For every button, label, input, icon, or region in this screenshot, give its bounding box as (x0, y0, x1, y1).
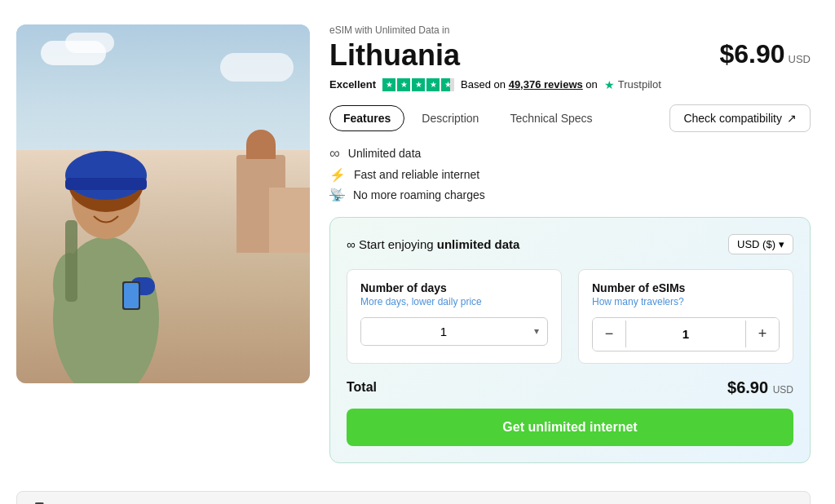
total-price: $6.90 USD (727, 378, 793, 397)
currency-chevron-icon: ▾ (779, 238, 784, 250)
feature-unlimited-data: ∞ Unlimited data (329, 145, 811, 162)
features-list: ∞ Unlimited data ⚡ Fast and reliable int… (329, 145, 811, 202)
get-internet-button[interactable]: Get unlimited internet (347, 409, 793, 446)
esim-subtitle: eSIM with Unlimited Data in (329, 24, 811, 36)
lightning-icon: ⚡ (329, 167, 346, 183)
product-image (16, 24, 310, 383)
price-currency: USD (789, 53, 811, 65)
days-chevron-icon: ▾ (526, 319, 547, 343)
feature-no-roaming: 📡 No more roaming charges (329, 188, 811, 202)
tower-roof (246, 130, 276, 159)
decrement-esim-button[interactable]: − (593, 318, 625, 351)
star-3: ★ (412, 78, 425, 91)
trustpilot: ★ Trustpilot (604, 78, 661, 91)
svg-rect-5 (65, 178, 147, 190)
tabs-row: Features Description Technical Specs Che… (329, 104, 811, 132)
total-label: Total (347, 380, 377, 395)
page-container: eSIM with Unlimited Data in Lithuania $6… (0, 0, 835, 504)
star-2: ★ (397, 78, 410, 91)
total-currency-label: USD (773, 384, 793, 396)
star-1: ★ (382, 78, 395, 91)
feature-fast-internet: ⚡ Fast and reliable internet (329, 167, 811, 183)
cloud-3 (220, 53, 294, 82)
country-title: Lithuania (329, 39, 460, 72)
esims-selector-group: Number of eSIMs How many travelers? − 1 … (578, 269, 793, 364)
days-sublabel: More days, lower daily price (360, 296, 548, 307)
purchase-card: ∞ Start enjoying unlimited data USD ($) … (329, 217, 811, 463)
currency-label: USD ($) (737, 238, 775, 250)
right-panel: eSIM with Unlimited Data in Lithuania $6… (329, 16, 811, 463)
rating-text: Based on 49,376 reviews on (461, 78, 598, 91)
esim-counter: − 1 + (592, 317, 780, 351)
trustpilot-star: ★ (604, 78, 615, 91)
currency-dropdown[interactable]: USD ($) ▾ (728, 234, 793, 254)
main-content: eSIM with Unlimited Data in Lithuania $6… (0, 0, 835, 480)
tabs-container: Features Description Technical Specs (329, 105, 607, 131)
card-title: ∞ Start enjoying unlimited data (347, 237, 519, 251)
esim-count-value: 1 (625, 321, 746, 347)
title-price-row: Lithuania $6.90 USD (329, 39, 811, 72)
days-select[interactable]: 1 3 5 7 14 30 (361, 318, 526, 345)
days-label: Number of days (360, 281, 548, 294)
star-5-half: ★ (441, 78, 454, 91)
check-compatibility-button[interactable]: Check compatibility ↗ (669, 104, 811, 132)
no-roaming-icon: 📡 (329, 188, 345, 202)
total-row: Total $6.90 USD (347, 378, 793, 397)
price-section: $6.90 USD (719, 39, 811, 69)
infinity-card-icon: ∞ (347, 237, 359, 251)
tab-description[interactable]: Description (408, 105, 493, 131)
tab-features[interactable]: Features (329, 105, 404, 131)
rating-label: Excellent (329, 78, 376, 91)
building-right (269, 188, 310, 253)
days-select-wrapper: 1 3 5 7 14 30 ▾ (360, 317, 548, 346)
esims-sublabel: How many travelers? (592, 296, 780, 307)
notice-icon: 📱 (30, 502, 48, 504)
selectors-row: Number of days More days, lower daily pr… (347, 269, 793, 364)
backpack (65, 220, 77, 302)
tab-technical-specs[interactable]: Technical Specs (496, 105, 606, 131)
svg-rect-8 (124, 283, 139, 308)
increment-esim-button[interactable]: + (746, 318, 779, 351)
price-amount: $6.90 (719, 39, 784, 69)
check-compat-label: Check compatibility (683, 112, 782, 125)
person-svg (24, 57, 188, 383)
stars-container: ★ ★ ★ ★ ★ (382, 78, 454, 91)
days-selector-group: Number of days More days, lower daily pr… (347, 269, 562, 364)
esims-label: Number of eSIMs (592, 281, 780, 294)
install-notice: 📱 Install the eSIM 1 day before your tri… (16, 491, 811, 504)
infinity-icon: ∞ (329, 145, 340, 162)
cloud-2 (65, 33, 114, 53)
reviews-link[interactable]: 49,376 reviews (509, 78, 583, 91)
card-header: ∞ Start enjoying unlimited data USD ($) … (347, 234, 793, 254)
external-link-icon: ↗ (787, 112, 797, 125)
star-4: ★ (426, 78, 440, 91)
rating-row: Excellent ★ ★ ★ ★ ★ Based on 49,376 revi… (329, 78, 811, 91)
